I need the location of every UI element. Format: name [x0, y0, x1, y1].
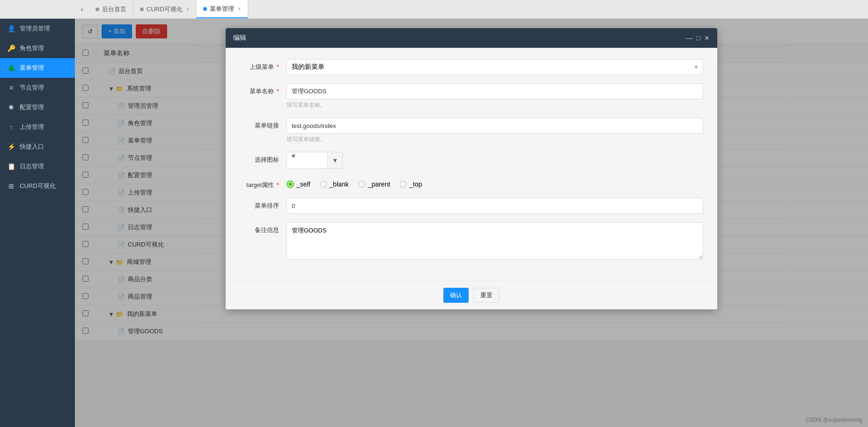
modal-header-actions: — □ ✕ — [686, 34, 710, 42]
remark-label: 备注信息 — [240, 222, 287, 234]
radio-_parent[interactable]: _parent — [358, 180, 390, 188]
reset-button[interactable]: 重置 — [473, 288, 500, 303]
sidebar-item-menu[interactable]: 🌲菜单管理 — [0, 58, 75, 78]
icon-select-value[interactable]: ≡ — [287, 152, 327, 168]
sidebar-item-curd[interactable]: ⊞CURD可视化 — [0, 176, 75, 196]
sidebar-icon-curd: ⊞ — [7, 182, 15, 190]
sidebar-icon-role: 🔑 — [7, 45, 15, 52]
tab-label-menu: 菜单管理 — [210, 5, 234, 13]
radio-circle-_parent — [358, 180, 366, 188]
tab-curd[interactable]: CURD可视化× — [133, 0, 197, 18]
radio-label-_parent: _parent — [368, 180, 390, 188]
modal-footer: 确认 重置 — [226, 281, 717, 309]
collapse-sidebar-btn[interactable]: ‹ — [75, 0, 89, 19]
tab-close-menu[interactable]: × — [238, 6, 241, 12]
form-row-target: target属性 * _self_blank_parent_top — [240, 177, 703, 189]
tab-dot-menu — [203, 7, 207, 11]
radio-_top[interactable]: _top — [399, 180, 422, 188]
modal-header: 编辑 — □ ✕ — [226, 28, 717, 48]
modal-minimize-btn[interactable]: — — [686, 34, 693, 42]
sidebar-icon-admin: 👤 — [7, 25, 15, 32]
parent-label: 上级菜单 * — [240, 59, 287, 71]
sidebar-item-upload[interactable]: ↑上传管理 — [0, 117, 75, 137]
tab-menu[interactable]: 菜单管理× — [197, 0, 248, 18]
edit-modal: 编辑 — □ ✕ 上级菜单 * — [226, 28, 717, 309]
sidebar-item-admin[interactable]: 👤管理员管理 — [0, 19, 75, 38]
icon-select[interactable]: ≡ ▼ — [287, 152, 343, 169]
sidebar-label-config: 配置管理 — [20, 103, 44, 112]
sidebar-icon-config: ✱ — [7, 104, 15, 111]
link-input[interactable] — [287, 118, 703, 134]
form-row-sort: 菜单排序 — [240, 198, 703, 214]
radio-label-_blank: _blank — [330, 180, 349, 188]
modal-body: 上级菜单 * 我的新菜单 ▼ 菜单名称 — [226, 48, 717, 281]
tab-dot-home — [96, 7, 99, 11]
confirm-button[interactable]: 确认 — [443, 288, 469, 303]
radio-label-_self: _self — [296, 180, 310, 188]
link-label: 菜单链接 — [240, 118, 287, 130]
name-hint: 填写菜单名称。 — [287, 101, 703, 109]
radio-_blank[interactable]: _blank — [320, 180, 349, 188]
modal-maximize-btn[interactable]: □ — [697, 34, 700, 42]
modal-overlay: 编辑 — □ ✕ 上级菜单 * — [75, 19, 868, 427]
tab-home[interactable]: 后台首页 — [89, 0, 133, 18]
tab-label-curd: CURD可视化 — [147, 5, 183, 14]
content-area: ↺ + 添加 自删除 菜单名称 📄后台首页▼ 📁系统管理📄管理员管理📄角色管理📄… — [75, 19, 868, 427]
sidebar-label-curd: CURD可视化 — [20, 182, 56, 190]
sidebar-item-quickentry[interactable]: ⚡快捷入口 — [0, 137, 75, 157]
sort-input[interactable] — [287, 198, 703, 214]
sidebar-label-node: 节点管理 — [20, 83, 44, 92]
sidebar-icon-quickentry: ⚡ — [7, 143, 15, 150]
form-row-remark: 备注信息 管理GOODS — [240, 222, 703, 261]
modal-title: 编辑 — [233, 34, 246, 42]
remark-textarea[interactable]: 管理GOODS — [287, 222, 703, 260]
tab-bar: ‹ 后台首页CURD可视化×菜单管理× — [0, 0, 868, 19]
sidebar-item-log[interactable]: 📋日志管理 — [0, 157, 75, 176]
target-radio-group: _self_blank_parent_top — [287, 177, 703, 188]
sidebar-label-upload: 上传管理 — [20, 123, 44, 131]
sidebar-label-menu: 菜单管理 — [20, 64, 44, 72]
form-row-name: 菜单名称 * 填写菜单名称。 — [240, 83, 703, 109]
tab-dot-curd — [140, 7, 144, 11]
chevron-down-icon: ▼ — [693, 64, 699, 70]
name-input[interactable] — [287, 83, 703, 99]
icon-select-dropdown-btn[interactable]: ▼ — [327, 152, 342, 168]
parent-select[interactable]: 我的新菜单 ▼ — [287, 59, 703, 75]
sidebar-label-log: 日志管理 — [20, 162, 44, 171]
sidebar-icon-log: 📋 — [7, 163, 15, 170]
sidebar-label-quickentry: 快捷入口 — [20, 142, 44, 151]
form-row-link: 菜单链接 填写菜单链接。 — [240, 118, 703, 143]
parent-select-value: 我的新菜单 — [292, 63, 324, 71]
sidebar-label-admin: 管理员管理 — [20, 24, 50, 33]
name-label: 菜单名称 * — [240, 83, 287, 96]
sidebar-label-role: 角色管理 — [20, 44, 44, 52]
form-row-parent: 上级菜单 * 我的新菜单 ▼ — [240, 59, 703, 75]
sidebar-icon-node: ≡ — [7, 84, 15, 91]
radio-label-_top: _top — [409, 180, 422, 188]
sidebar: 👤管理员管理🔑角色管理🌲菜单管理≡节点管理✱配置管理↑上传管理⚡快捷入口📋日志管… — [0, 19, 75, 427]
sidebar-item-role[interactable]: 🔑角色管理 — [0, 38, 75, 58]
form-row-icon: 选择图标 ≡ ▼ — [240, 152, 703, 169]
sidebar-item-config[interactable]: ✱配置管理 — [0, 97, 75, 117]
radio-_self[interactable]: _self — [287, 180, 310, 188]
tab-close-curd[interactable]: × — [186, 6, 190, 13]
target-label: target属性 * — [240, 177, 287, 189]
radio-circle-_top — [399, 180, 407, 188]
link-hint: 填写菜单链接。 — [287, 135, 703, 143]
radio-circle-_blank — [320, 180, 327, 188]
tab-label-home: 后台首页 — [102, 5, 126, 14]
sidebar-icon-upload: ↑ — [7, 123, 15, 131]
sort-label: 菜单排序 — [240, 198, 287, 210]
main-layout: 👤管理员管理🔑角色管理🌲菜单管理≡节点管理✱配置管理↑上传管理⚡快捷入口📋日志管… — [0, 19, 868, 427]
modal-close-btn[interactable]: ✕ — [704, 34, 710, 42]
sidebar-item-node[interactable]: ≡节点管理 — [0, 78, 75, 97]
radio-circle-_self — [287, 180, 294, 188]
sidebar-icon-menu: 🌲 — [7, 64, 15, 72]
icon-label: 选择图标 — [240, 152, 287, 164]
